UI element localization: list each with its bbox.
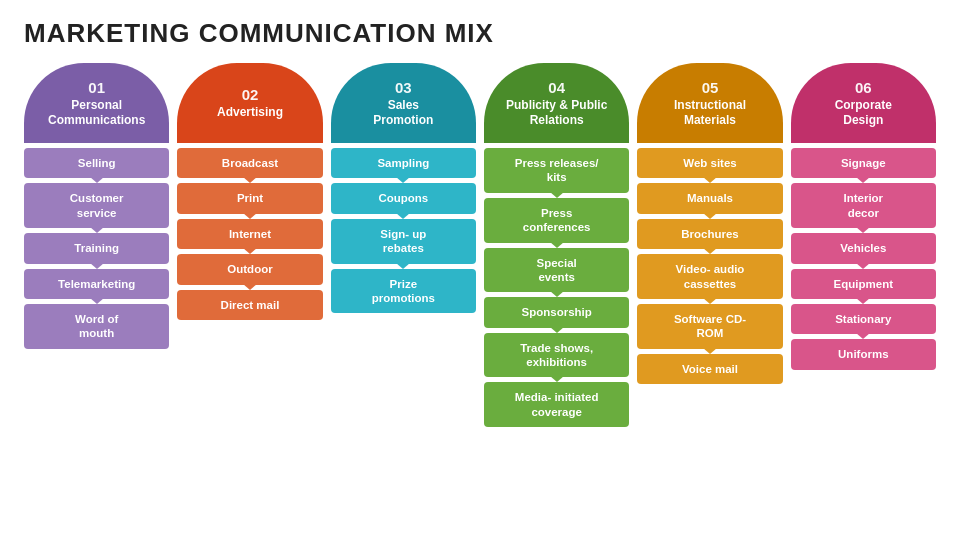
column-col1: 01Personal CommunicationsSellingCustomer… <box>24 63 169 349</box>
col-item-col3-2: Sign- up rebates <box>331 219 476 264</box>
col-number-col3: 03 <box>395 79 412 96</box>
col-item-col1-2: Training <box>24 233 169 263</box>
col-item-col4-3: Sponsorship <box>484 297 629 327</box>
col-item-col6-4: Stationary <box>791 304 936 334</box>
col-item-col3-0: Sampling <box>331 148 476 178</box>
col-header-col2: 02Advertising <box>177 63 322 143</box>
col-title-col4: Publicity & Public Relations <box>506 98 607 127</box>
column-col6: 06Corporate DesignSignageInterior decorV… <box>791 63 936 370</box>
col-item-col3-3: Prize promotions <box>331 269 476 314</box>
col-item-col4-5: Media- initiated coverage <box>484 382 629 427</box>
col-header-col5: 05Instructional Materials <box>637 63 782 143</box>
col-item-col2-4: Direct mail <box>177 290 322 320</box>
col-title-col1: Personal Communications <box>48 98 145 127</box>
col-item-col4-4: Trade shows, exhibitions <box>484 333 629 378</box>
col-item-col6-0: Signage <box>791 148 936 178</box>
columns-container: 01Personal CommunicationsSellingCustomer… <box>24 63 936 427</box>
col-item-col6-3: Equipment <box>791 269 936 299</box>
column-col5: 05Instructional MaterialsWeb sitesManual… <box>637 63 782 384</box>
col-item-col2-0: Broadcast <box>177 148 322 178</box>
col-item-col6-2: Vehicles <box>791 233 936 263</box>
col-item-col1-1: Customer service <box>24 183 169 228</box>
col-item-col6-1: Interior decor <box>791 183 936 228</box>
col-item-col2-1: Print <box>177 183 322 213</box>
col-item-col5-5: Voice mail <box>637 354 782 384</box>
col-item-col4-1: Press conferences <box>484 198 629 243</box>
col-header-col1: 01Personal Communications <box>24 63 169 143</box>
col-title-col3: Sales Promotion <box>373 98 433 127</box>
col-header-col4: 04Publicity & Public Relations <box>484 63 629 143</box>
col-item-col5-3: Video- audio cassettes <box>637 254 782 299</box>
col-title-col2: Advertising <box>217 105 283 119</box>
column-col3: 03Sales PromotionSamplingCouponsSign- up… <box>331 63 476 313</box>
col-item-col5-2: Brochures <box>637 219 782 249</box>
col-header-col3: 03Sales Promotion <box>331 63 476 143</box>
col-item-col6-5: Uniforms <box>791 339 936 369</box>
column-col4: 04Publicity & Public RelationsPress rele… <box>484 63 629 427</box>
col-number-col2: 02 <box>242 86 259 103</box>
col-number-col6: 06 <box>855 79 872 96</box>
col-item-col2-2: Internet <box>177 219 322 249</box>
col-item-col1-3: Telemarketing <box>24 269 169 299</box>
col-title-col6: Corporate Design <box>835 98 892 127</box>
col-item-col4-2: Special events <box>484 248 629 293</box>
column-col2: 02AdvertisingBroadcastPrintInternetOutdo… <box>177 63 322 320</box>
col-number-col4: 04 <box>548 79 565 96</box>
col-item-col4-0: Press releases/ kits <box>484 148 629 193</box>
col-item-col1-4: Word of mouth <box>24 304 169 349</box>
col-item-col5-0: Web sites <box>637 148 782 178</box>
col-item-col3-1: Coupons <box>331 183 476 213</box>
col-header-col6: 06Corporate Design <box>791 63 936 143</box>
col-item-col5-1: Manuals <box>637 183 782 213</box>
col-number-col1: 01 <box>88 79 105 96</box>
col-title-col5: Instructional Materials <box>674 98 746 127</box>
col-item-col2-3: Outdoor <box>177 254 322 284</box>
col-item-col5-4: Software CD- ROM <box>637 304 782 349</box>
col-number-col5: 05 <box>702 79 719 96</box>
page-title: MARKETING COMMUNICATION MIX <box>24 18 936 49</box>
col-item-col1-0: Selling <box>24 148 169 178</box>
